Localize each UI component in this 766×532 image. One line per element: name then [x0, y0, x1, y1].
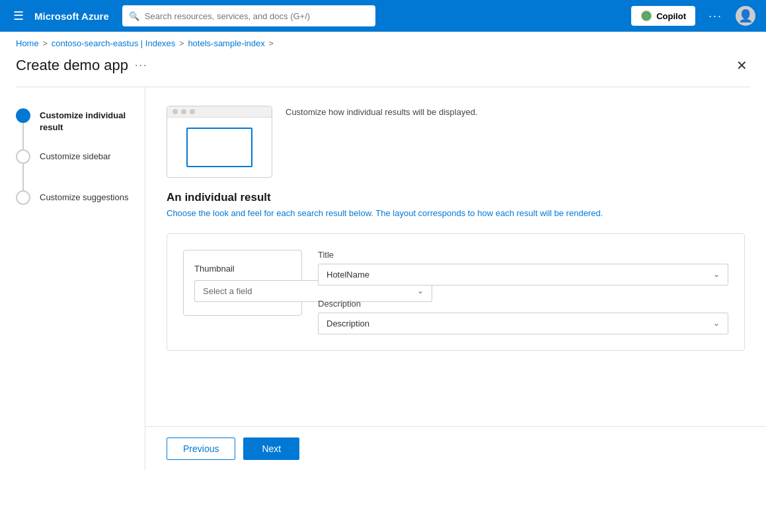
browser-body — [167, 118, 272, 177]
breadcrumb-sep2: > — [179, 39, 184, 48]
browser-dot-3 — [190, 109, 195, 114]
step-3-label: Customize suggestions — [40, 190, 128, 204]
title-field-item: Title HotelName ⌄ — [318, 250, 728, 285]
description-field-item: Description Description ⌄ — [318, 299, 728, 334]
search-box[interactable]: 🔍 — [122, 5, 375, 26]
search-input[interactable] — [145, 11, 369, 21]
description-field-label: Description — [318, 299, 728, 309]
step-1-line — [22, 123, 24, 149]
description-dropdown[interactable]: Description ⌄ — [318, 313, 728, 334]
breadcrumb: Home > contoso-search-eastus | Indexes >… — [0, 32, 766, 55]
preview-description: Customize how individual results will be… — [286, 106, 477, 119]
description-chevron-icon: ⌄ — [713, 319, 720, 328]
next-button[interactable]: Next — [243, 437, 299, 460]
search-icon: 🔍 — [129, 11, 139, 21]
preview-area: Customize how individual results will be… — [167, 106, 745, 178]
section-block: An individual result Choose the look and… — [167, 191, 745, 220]
step-3-circle — [16, 190, 30, 205]
breadcrumb-sep1: > — [43, 39, 48, 48]
result-card-preview — [186, 128, 252, 167]
header: ☰ Microsoft Azure 🔍 Copilot ··· — [0, 0, 766, 32]
breadcrumb-sep3: > — [269, 39, 274, 48]
step-2-circle — [16, 149, 30, 164]
fields-container: Thumbnail Select a field ⌄ Title HotelNa… — [167, 233, 745, 351]
step-2: Customize sidebar — [16, 149, 129, 190]
copilot-label: Copilot — [656, 11, 686, 21]
close-button[interactable]: ✕ — [734, 55, 750, 76]
bottom-nav: Previous Next — [145, 426, 766, 471]
field-group: Title HotelName ⌄ Description Descriptio… — [318, 250, 728, 334]
page-title: Create demo app — [16, 57, 128, 74]
browser-dot-1 — [172, 109, 178, 114]
title-field-label: Title — [318, 250, 728, 260]
thumbnail-label: Thumbnail — [194, 264, 291, 274]
svg-point-0 — [641, 11, 652, 21]
title-value: HotelName — [326, 270, 369, 280]
step-3: Customize suggestions — [16, 190, 129, 205]
browser-dot-2 — [181, 109, 186, 114]
browser-mockup — [167, 106, 272, 178]
step-1-circle — [16, 108, 30, 123]
main-content: Customize individual result Customize si… — [0, 87, 766, 471]
app-title: Microsoft Azure — [34, 11, 109, 22]
page-options-icon[interactable]: ··· — [135, 59, 147, 71]
copilot-icon — [640, 10, 652, 22]
step-2-label: Customize sidebar — [40, 149, 111, 163]
step-2-line — [22, 164, 24, 190]
browser-toolbar — [167, 106, 272, 118]
breadcrumb-indexes[interactable]: contoso-search-eastus | Indexes — [52, 38, 176, 48]
title-chevron-icon: ⌄ — [713, 270, 720, 279]
steps-panel: Customize individual result Customize si… — [0, 87, 145, 471]
step-1-label: Customize individual result — [40, 108, 129, 133]
step-1: Customize individual result — [16, 108, 129, 149]
right-panel: Customize how individual results will be… — [145, 87, 766, 426]
previous-button[interactable]: Previous — [167, 437, 235, 460]
thumbnail-box: Thumbnail Select a field ⌄ — [183, 250, 302, 316]
description-value: Description — [326, 319, 369, 328]
title-dropdown[interactable]: HotelName ⌄ — [318, 264, 728, 285]
avatar[interactable]: 👤 — [736, 6, 755, 26]
more-options-icon[interactable]: ··· — [703, 7, 728, 26]
copilot-button[interactable]: Copilot — [631, 6, 695, 26]
section-heading: An individual result — [167, 191, 745, 204]
hamburger-icon[interactable]: ☰ — [11, 6, 26, 26]
thumbnail-placeholder: Select a field — [203, 286, 252, 296]
breadcrumb-home[interactable]: Home — [16, 38, 39, 48]
page-title-area: Create demo app ··· ✕ — [0, 55, 766, 87]
breadcrumb-hotel-index[interactable]: hotels-sample-index — [188, 38, 264, 48]
section-description: Choose the look and feel for each search… — [167, 207, 745, 220]
